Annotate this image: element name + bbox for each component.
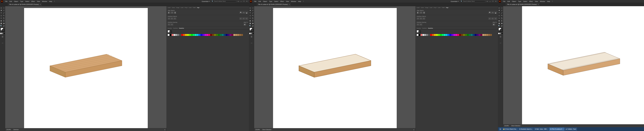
menu-type[interactable]: Type bbox=[19, 1, 24, 2]
tool-rectangle[interactable]: ◻ bbox=[0, 15, 2, 17]
align-vcenter-icon[interactable]: ━ bbox=[242, 12, 245, 14]
tool-type[interactable]: T bbox=[498, 12, 500, 14]
color-mode-picker[interactable] bbox=[498, 33, 503, 34]
menu-share-icon[interactable]: ⇪ bbox=[54, 1, 56, 2]
swatches-grid[interactable] bbox=[167, 34, 249, 36]
tool-gradient[interactable]: ◉ bbox=[252, 22, 254, 25]
menu-select[interactable]: Select bbox=[522, 1, 528, 2]
menu-object[interactable]: Object bbox=[13, 1, 19, 2]
document-tab[interactable]: Pile of Lumber.ai* @ 20.64% (CMYK/GPU Pr… bbox=[8, 3, 42, 6]
minimize-icon[interactable]: — bbox=[240, 1, 242, 2]
menu-window[interactable]: Window bbox=[290, 1, 297, 2]
swatch-fillstroke[interactable] bbox=[167, 30, 249, 34]
menu-view[interactable]: View bbox=[285, 1, 290, 2]
menu-edit[interactable]: Edit bbox=[8, 1, 13, 2]
tool-rotate[interactable]: ↻ bbox=[501, 17, 503, 19]
close-icon[interactable]: ✕ bbox=[246, 1, 248, 2]
align-to-icon[interactable]: ▦ bbox=[244, 24, 246, 26]
tool-direct-selection[interactable]: ⬚ bbox=[252, 7, 254, 9]
artboard[interactable] bbox=[273, 8, 397, 129]
plank-graphic[interactable] bbox=[294, 52, 376, 80]
close-icon[interactable]: ✕ bbox=[495, 1, 497, 2]
maximize-icon[interactable]: ☐ bbox=[492, 1, 494, 2]
taskbar-browser[interactable]: AiIllustrator object lo... bbox=[518, 127, 534, 130]
maximize-icon[interactable]: ☐ bbox=[243, 1, 245, 2]
align-hcenter-icon[interactable]: ┃ bbox=[420, 12, 422, 14]
tool-direct-selection[interactable]: ⬚ bbox=[3, 7, 5, 9]
menu-type[interactable]: Type bbox=[517, 1, 522, 2]
dist-vcenter-icon[interactable]: ≡ bbox=[171, 18, 173, 20]
tool-rotate[interactable]: ↻ bbox=[3, 17, 5, 19]
tool-line[interactable]: ╱ bbox=[501, 12, 503, 14]
tool-zoom[interactable]: 🔍 bbox=[0, 25, 2, 27]
dist-left-icon[interactable]: ⦀ bbox=[488, 18, 491, 20]
tab-close-icon[interactable]: × bbox=[289, 4, 290, 5]
align-to-icon[interactable]: ▦ bbox=[492, 24, 495, 26]
zoom-level[interactable]: 20.64% bbox=[504, 125, 509, 126]
plank-graphic[interactable] bbox=[543, 50, 625, 78]
menu-effect[interactable]: Effect bbox=[528, 1, 534, 2]
tool-magic-wand[interactable]: ✥ bbox=[249, 9, 252, 12]
align-top-icon[interactable]: ▀ bbox=[240, 12, 242, 14]
artboard[interactable] bbox=[522, 6, 644, 127]
tool-zoom[interactable]: 🔍 bbox=[498, 25, 500, 27]
spacing-v-icon[interactable]: ⦀ bbox=[168, 24, 170, 26]
screen-mode-icon[interactable]: ◫ bbox=[250, 36, 253, 38]
tool-width[interactable]: ◐ bbox=[249, 20, 252, 22]
dist-right-icon[interactable]: ⦀ bbox=[494, 18, 497, 20]
tool-perspective[interactable]: ▦ bbox=[249, 22, 252, 25]
arrange-icon[interactable]: ▭ bbox=[486, 1, 488, 2]
tab-close-icon[interactable]: × bbox=[538, 4, 538, 5]
tool-selection[interactable]: ▸ bbox=[498, 7, 500, 9]
brushes-tabs[interactable]: BrushesSymbolsSwatches bbox=[167, 27, 249, 30]
swatches-grid[interactable] bbox=[416, 34, 498, 36]
tool-hand[interactable]: ⇄ bbox=[252, 25, 254, 27]
workspace-switcher[interactable]: Essentials▾ bbox=[202, 1, 210, 2]
dist-bottom-icon[interactable]: ≡ bbox=[174, 18, 176, 20]
menu-share-icon[interactable]: ⇪ bbox=[552, 1, 554, 2]
fill-stroke[interactable] bbox=[1, 28, 4, 32]
menu-object[interactable]: Object bbox=[511, 1, 517, 2]
taskbar-explorer[interactable]: 📁E:\from Hitachi Har... bbox=[502, 127, 518, 130]
canvas-area[interactable] bbox=[503, 6, 644, 127]
edit-toolbar-icon[interactable]: ⋯ bbox=[499, 42, 502, 44]
dist-top-icon[interactable]: ≡ bbox=[417, 18, 419, 20]
tool-shape-builder[interactable]: ╳ bbox=[501, 20, 503, 22]
tool-shape-builder[interactable]: ╳ bbox=[252, 20, 254, 22]
minimize-icon[interactable]: — bbox=[489, 1, 491, 2]
screen-mode-icon[interactable]: ◫ bbox=[499, 36, 502, 38]
align-left-icon[interactable]: ▌ bbox=[417, 12, 419, 14]
dist-bottom-icon[interactable]: ≡ bbox=[422, 18, 425, 20]
dist-top-icon[interactable]: ≡ bbox=[168, 18, 170, 20]
align-hcenter-icon[interactable]: ┃ bbox=[171, 12, 173, 14]
tool-rectangle[interactable]: ◻ bbox=[249, 15, 252, 17]
spacing-v-icon[interactable]: ⦀ bbox=[417, 24, 419, 26]
menu-edit[interactable]: Edit bbox=[506, 1, 511, 2]
tool-selection[interactable]: ▸ bbox=[249, 7, 252, 9]
scroll-indicator[interactable]: ▸ bbox=[414, 129, 414, 130]
menu-file[interactable]: File bbox=[4, 1, 8, 2]
dist-vcenter-icon[interactable]: ≡ bbox=[420, 18, 422, 20]
menu-share-icon[interactable]: ⇪ bbox=[303, 1, 305, 2]
tool-line[interactable]: ╱ bbox=[252, 12, 254, 14]
tool-direct-selection[interactable]: ⬚ bbox=[501, 7, 503, 9]
screen-mode-icon[interactable]: ◫ bbox=[2, 36, 4, 38]
spacing-h-icon[interactable]: ≡ bbox=[171, 24, 173, 26]
dist-left-icon[interactable]: ⦀ bbox=[240, 18, 242, 20]
tool-lasso[interactable]: ⤢ bbox=[252, 9, 254, 12]
tool-line[interactable]: ╱ bbox=[3, 12, 5, 14]
edit-toolbar-icon[interactable]: ⋯ bbox=[2, 42, 4, 44]
zoom-level[interactable]: 20.64% bbox=[256, 129, 260, 130]
align-bottom-icon[interactable]: ▄ bbox=[494, 12, 497, 14]
tool-width[interactable]: ◐ bbox=[498, 20, 500, 22]
windows-taskbar[interactable]: ⊞ 📁E:\from Hitachi Har... AiIllustrator … bbox=[498, 127, 644, 131]
align-top-icon[interactable]: ▀ bbox=[488, 12, 491, 14]
tool-perspective[interactable]: ▦ bbox=[498, 22, 500, 25]
color-mode-picker[interactable] bbox=[249, 33, 254, 34]
tool-rotate[interactable]: ↻ bbox=[252, 17, 254, 19]
tool-shape-builder[interactable]: ╳ bbox=[3, 20, 5, 22]
panel-tabs[interactable]: LayerLibrarImageColorProprColorPathfAlig… bbox=[416, 6, 498, 9]
tool-zoom[interactable]: 🔍 bbox=[249, 25, 252, 27]
tool-gradient[interactable]: ◉ bbox=[501, 22, 503, 25]
edit-toolbar-icon[interactable]: ⋯ bbox=[250, 42, 253, 44]
